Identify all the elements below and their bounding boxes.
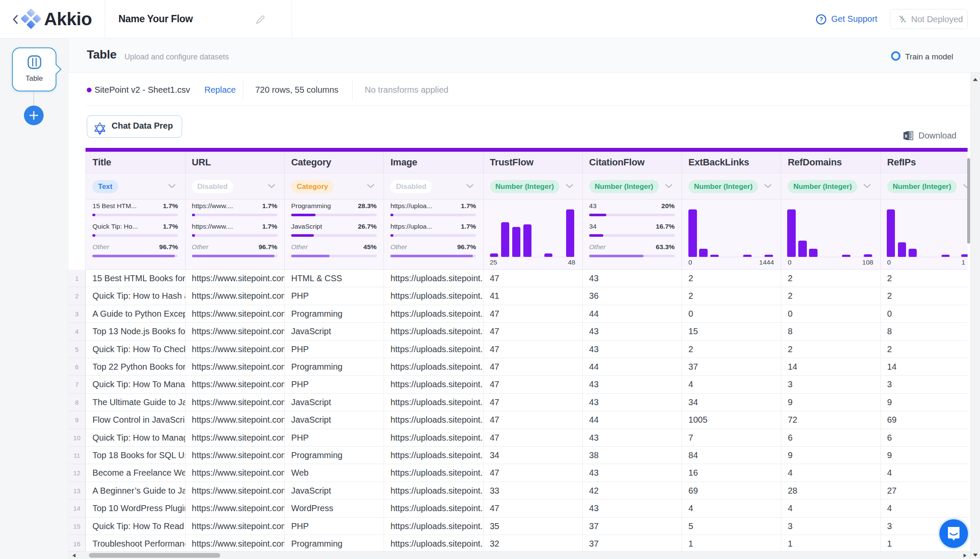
svg-text:?: ? [819, 16, 823, 23]
svg-text:x: x [905, 133, 908, 139]
